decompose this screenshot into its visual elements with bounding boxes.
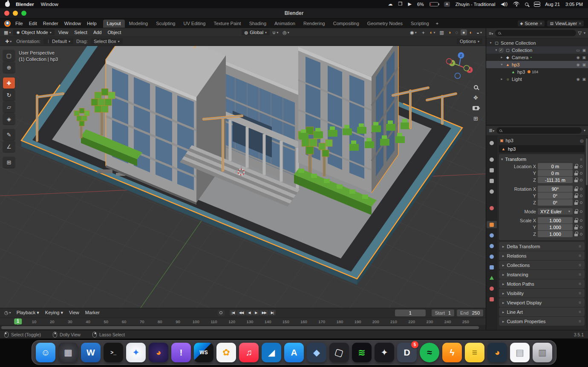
frame-start-field[interactable]: Start 1 [432, 310, 454, 316]
workspace-tab-texture-paint[interactable]: Texture Paint [210, 20, 245, 28]
workspace-tab-modeling[interactable]: Modeling [125, 20, 152, 28]
dock-finder[interactable]: ☺ [36, 343, 55, 362]
field-z[interactable]: 1.000 [538, 231, 573, 237]
viewport-menu-view[interactable]: View [55, 29, 72, 36]
play-icon[interactable]: ▶ [408, 1, 411, 7]
auto-keying-button[interactable] [218, 310, 225, 316]
disclosure-icon[interactable]: ▾ [488, 41, 493, 45]
lock-icon[interactable] [574, 193, 578, 198]
object-name-field[interactable]: ▲ hp3 [499, 145, 585, 152]
panel-instancing[interactable]: ▸Instancing≡ [499, 270, 585, 279]
properties-options-icon[interactable]: ▾ [584, 129, 585, 132]
topbar-menu-render[interactable]: Render [40, 20, 61, 27]
workspace-tab-layout[interactable]: Layout [103, 20, 125, 28]
viewport-menu-add[interactable]: Add [90, 29, 105, 36]
outliner-row-collection[interactable]: ▾✓▢Collection▭▣ [486, 46, 588, 54]
active-tool-icon[interactable]: ✚▾ [3, 38, 13, 45]
dock-stickies[interactable]: ≡ [465, 343, 484, 362]
tool-measure[interactable]: ∠ [3, 141, 15, 152]
dock-music[interactable]: ♫ [239, 343, 259, 362]
editor-type-icon[interactable]: ▦▾ [2, 29, 12, 36]
render-preview-icon[interactable]: ◑ [447, 29, 453, 35]
lock-icon[interactable] [574, 218, 578, 223]
lock-icon[interactable] [574, 178, 578, 182]
pin-icon[interactable]: ◎ [580, 138, 584, 143]
breadcrumb-object-name[interactable]: hp3 [506, 138, 513, 143]
dock-app-purple[interactable]: ! [171, 343, 191, 362]
orientation-setting-dropdown[interactable]: ⋮ Default ▾ [43, 38, 73, 44]
eye-toggle-icon[interactable]: ◉ [576, 77, 580, 81]
control-center-icon[interactable] [534, 2, 539, 7]
disclosure-icon[interactable]: ▸ [499, 55, 504, 59]
workspace-tab-compositing[interactable]: Compositing [329, 20, 363, 28]
workspace-tab-scripting[interactable]: Scripting [407, 20, 433, 28]
filter-icon[interactable]: ▽ [578, 30, 582, 36]
panel-viewport-display[interactable]: ▸Viewport Display≡ [499, 298, 585, 307]
properties-tab-render[interactable] [487, 156, 497, 163]
dock-app-store[interactable]: A [284, 343, 304, 362]
outliner-row-hp3[interactable]: ▾▲hp3◉▣ [486, 61, 588, 68]
mode-dropdown[interactable]: ◉ Object Mode ▾ [13, 29, 54, 35]
lock-icon[interactable] [574, 209, 578, 214]
lock-icon[interactable] [574, 164, 578, 169]
menubar-date[interactable]: Aug 21 [545, 2, 560, 7]
apple-menu-icon[interactable] [5, 2, 10, 7]
jump-end-button[interactable]: ▶| [269, 310, 276, 315]
scene-canvas[interactable] [0, 46, 486, 308]
timeline-ruler[interactable]: 1 10203040506070809010011012013014015016… [0, 318, 486, 325]
properties-tab-output[interactable] [487, 166, 497, 174]
options-dropdown[interactable]: Options ▾ [457, 38, 482, 44]
animate-dot-icon[interactable] [580, 195, 582, 197]
drag-setting-dropdown[interactable]: Select Box ▾ [91, 38, 123, 44]
tool-cursor[interactable]: ⊕ [3, 62, 15, 73]
animate-dot-icon[interactable] [580, 172, 582, 175]
tool-annotate[interactable]: ✎ [3, 129, 15, 140]
tool-rotate[interactable]: ↻ [3, 89, 15, 100]
field-rotation-x[interactable]: 90° [538, 186, 573, 192]
properties-tab-particles[interactable] [487, 242, 497, 249]
properties-tab-scene[interactable] [487, 188, 497, 195]
properties-tab-physics[interactable] [487, 253, 497, 260]
overlays-icon[interactable]: ◐▾ [428, 29, 437, 35]
menubar-time[interactable]: 3:05 PM [565, 2, 583, 7]
shading-material-icon[interactable]: ◐ [468, 29, 474, 35]
menubar-app-name[interactable]: Blender [16, 2, 34, 7]
dock-word[interactable]: W [81, 343, 101, 362]
render-toggle-icon[interactable]: ▣ [582, 48, 586, 52]
topbar-menu-file[interactable]: File [12, 20, 26, 27]
tool-move[interactable]: ✚ [3, 77, 15, 89]
building-hp3[interactable] [106, 46, 398, 206]
lock-icon[interactable] [574, 200, 578, 205]
shading-wireframe-icon[interactable]: ◌ [453, 29, 460, 35]
dock-photos[interactable]: ✿ [216, 343, 236, 362]
tool-add-cube[interactable]: ⊞ [3, 157, 15, 168]
animate-dot-icon[interactable] [580, 233, 582, 235]
dock-app-dark[interactable]: ✦ [375, 343, 394, 362]
dock-app-blue[interactable]: ◆ [307, 343, 326, 362]
lock-icon[interactable] [574, 225, 578, 229]
panel-custom-properties[interactable]: ▸Custom Properties≡ [499, 317, 585, 326]
frame-end-field[interactable]: End 250 [457, 310, 483, 316]
minimize-window-button[interactable] [13, 11, 18, 16]
timeline-editor-icon[interactable]: ◷▾ [3, 310, 13, 316]
outliner-editor-icon[interactable]: ≡▾ [489, 31, 493, 36]
workspace-tab-geometry-nodes[interactable]: Geometry Nodes [363, 20, 406, 28]
proportional-edit-icon[interactable]: ◎▾ [281, 29, 291, 36]
panel-relations[interactable]: ▸Relations≡ [499, 251, 585, 260]
play-reverse-button[interactable]: ◀ [246, 310, 252, 315]
scene-selector[interactable]: ◆ Scene × [518, 20, 545, 26]
tool-scale[interactable]: ▱ [3, 101, 15, 112]
animate-dot-icon[interactable] [580, 179, 582, 181]
outliner-search-input[interactable] [495, 30, 576, 36]
zoom-window-button[interactable] [21, 11, 26, 16]
transform-panel-header[interactable]: ▾ Transform ≡ [501, 155, 582, 163]
properties-search-input[interactable] [496, 127, 582, 134]
dock-textedit[interactable]: ▤ [510, 343, 530, 362]
visibility-dropdown-icon[interactable]: ◉▾ [408, 29, 418, 36]
menubar-menu-window[interactable]: Window [40, 2, 59, 7]
panel-delta-transform[interactable]: ▸Delta Transform≡ [499, 242, 585, 251]
field-mode[interactable]: XYZ Euler▾ [538, 208, 573, 215]
wifi-icon[interactable] [513, 2, 519, 6]
properties-tab-object-data[interactable] [487, 274, 497, 281]
workspace-tab-rendering[interactable]: Rendering [300, 20, 329, 28]
